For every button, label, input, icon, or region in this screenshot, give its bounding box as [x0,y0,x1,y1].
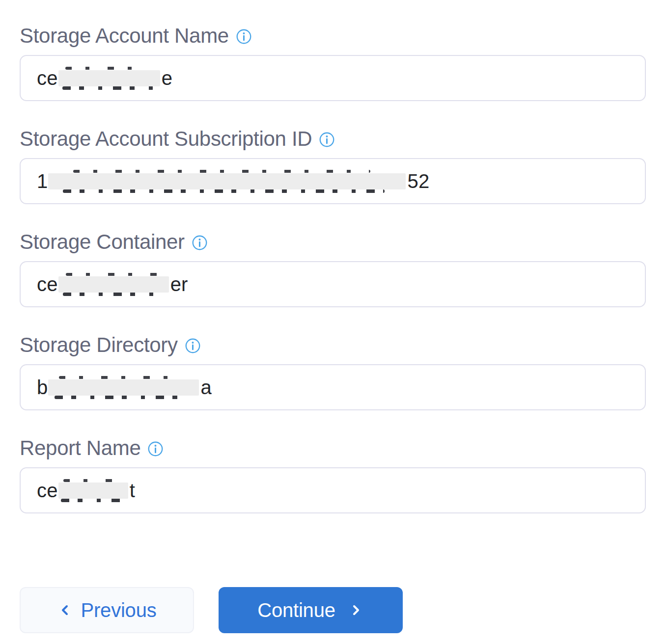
subscription-id-input[interactable]: 1 52 [20,158,646,204]
storage-account-name-input[interactable]: ce e [20,55,646,101]
chevron-left-icon [57,602,73,618]
field-label-row: Storage Account Subscription ID [20,129,646,149]
input-value-prefix: b [37,376,48,399]
input-value-suffix: er [170,273,188,295]
redaction-overlay [58,70,160,86]
redaction-overlay [58,276,169,293]
field-label-row: Storage Container [20,232,646,252]
field-label: Storage Container [20,232,185,252]
info-circle-icon[interactable] [319,132,335,148]
field-label-row: Report Name [20,438,646,458]
storage-config-form: Storage Account Name ce e Storage Accoun… [20,26,646,633]
info-circle-icon[interactable] [185,338,201,354]
field-label-row: Storage Account Name [20,26,646,46]
chevron-right-icon [348,602,364,618]
field-label: Storage Account Subscription ID [20,129,312,149]
field-storage-account-name: Storage Account Name ce e [20,26,646,101]
input-value-prefix: 1 [37,170,48,192]
continue-button[interactable]: Continue [219,587,403,633]
field-storage-directory: Storage Directory b a [20,335,646,410]
redaction-overlay [48,379,199,396]
previous-button-label: Previous [81,599,156,621]
input-value-suffix: e [162,67,172,89]
report-name-input[interactable]: ce t [20,467,646,513]
field-label: Report Name [20,438,140,458]
field-report-name: Report Name ce t [20,438,646,513]
redaction-overlay [58,483,128,499]
previous-button[interactable]: Previous [20,587,194,633]
input-value-suffix: a [200,376,211,399]
field-storage-container: Storage Container ce er [20,232,646,307]
redaction-overlay [48,173,406,189]
storage-directory-input[interactable]: b a [20,364,646,410]
info-circle-icon[interactable] [147,441,164,457]
form-actions: Previous Continue [20,587,646,633]
input-value-prefix: ce [37,480,58,502]
field-label: Storage Account Name [20,26,229,46]
field-label-row: Storage Directory [20,335,646,355]
input-value-prefix: ce [37,67,58,89]
info-circle-icon[interactable] [236,28,252,45]
input-value-prefix: ce [37,273,58,295]
input-value-suffix: 52 [407,170,429,192]
storage-container-input[interactable]: ce er [20,261,646,307]
field-subscription-id: Storage Account Subscription ID 1 52 [20,129,646,204]
continue-button-label: Continue [257,599,335,621]
input-value-suffix: t [130,480,135,502]
field-label: Storage Directory [20,335,178,355]
info-circle-icon[interactable] [192,235,208,251]
